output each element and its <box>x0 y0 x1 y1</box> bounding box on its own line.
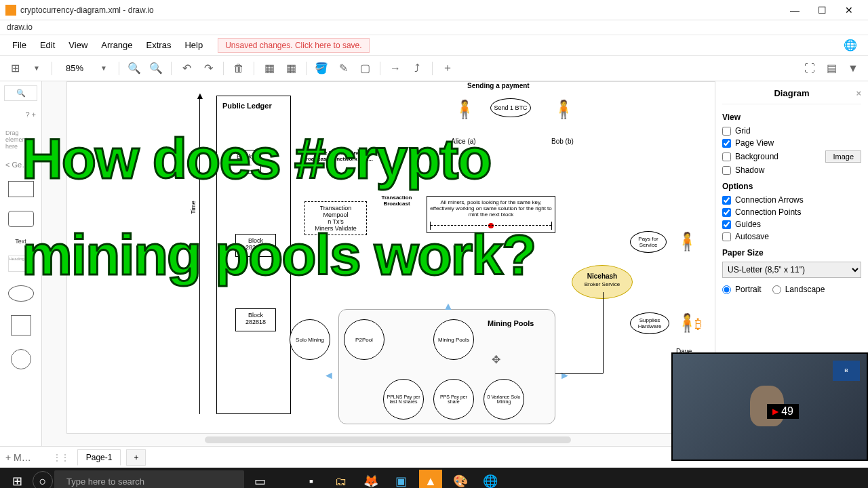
format-panel-icon[interactable]: ▤ <box>822 59 841 78</box>
to-front-icon[interactable]: ▦ <box>260 59 279 78</box>
shape-search-icon[interactable]: 🔍 <box>4 85 37 101</box>
app2-icon[interactable]: 🎨 <box>446 469 475 488</box>
line-color-icon[interactable]: ✎ <box>334 59 353 78</box>
app1-icon[interactable]: ▣ <box>387 469 415 488</box>
node-pays-for[interactable]: Pays for Service <box>630 231 667 253</box>
zoom-dropdown-icon[interactable]: ▼ <box>94 59 113 78</box>
taskbar-search[interactable]: Type here to search <box>54 470 244 488</box>
close-button[interactable]: ✕ <box>835 1 863 20</box>
start-icon[interactable]: ⊞ <box>3 469 31 488</box>
panel-title: Diagram × <box>722 88 861 104</box>
drawio-icon[interactable]: ▲ <box>419 470 442 488</box>
terminal-icon[interactable]: ▪ <box>297 469 326 488</box>
minimize-button[interactable]: — <box>781 1 808 20</box>
delete-icon[interactable]: 🗑 <box>229 59 248 78</box>
background-checkbox[interactable] <box>722 152 731 161</box>
page-tab-1[interactable]: Page-1 <box>77 449 121 466</box>
grid-checkbox[interactable] <box>722 127 731 136</box>
shape-help[interactable]: ? + <box>4 109 37 120</box>
paper-size-select[interactable]: US-Letter (8,5" x 11") <box>722 262 861 278</box>
node-mining-pools-circle[interactable]: Mining Pools <box>433 319 474 360</box>
node-p2pool[interactable]: P2Pool <box>344 319 384 360</box>
window-title: cryptocurrency-diagram.xml - draw.io <box>20 5 781 15</box>
resize-right-icon[interactable]: ► <box>559 369 570 382</box>
shape-ellipse[interactable] <box>8 285 34 302</box>
alice-figure-icon[interactable]: 🧍 <box>454 99 475 120</box>
app-icon <box>5 5 16 16</box>
redo-icon[interactable]: ↷ <box>199 59 218 78</box>
miners-note-text: All miners, pools looking for the same k… <box>430 199 552 218</box>
fullscreen-icon[interactable]: ⛶ <box>800 59 819 78</box>
arrow-up-icon: ▲ <box>195 90 205 101</box>
node-tx-broadcast[interactable]: Transaction Broadcast <box>376 195 417 207</box>
waypoint-icon[interactable]: ⤴ <box>408 59 427 78</box>
add-page-button[interactable]: + <box>126 449 146 466</box>
node-pps[interactable]: PPS Pay per share <box>433 379 474 420</box>
menu-extras[interactable]: Extras <box>140 37 178 53</box>
shadow-icon[interactable]: ▢ <box>355 59 374 78</box>
menu-arrange[interactable]: Arrange <box>94 37 139 53</box>
landscape-label: Landscape <box>785 285 825 294</box>
zoom-in-icon[interactable]: 🔍 <box>125 59 144 78</box>
sidebar-toggle-icon[interactable]: ⊞ <box>5 59 24 78</box>
node-supplies-hw[interactable]: Supplies Hardware <box>630 312 669 334</box>
explorer-icon[interactable]: 🗂 <box>327 469 355 488</box>
dave-figure-top-icon[interactable]: 🧍 <box>676 231 698 252</box>
landscape-radio[interactable] <box>772 285 781 294</box>
chrome-icon[interactable]: 🌐 <box>476 469 505 488</box>
node-solo-mining[interactable]: Solo Mining <box>290 319 330 360</box>
resize-up-icon[interactable]: ▲ <box>443 300 454 312</box>
node-send-btc[interactable]: Send 1 BTC <box>490 98 531 117</box>
node-nicehash[interactable]: Nicehash Broker Service <box>572 265 633 299</box>
menu-view[interactable]: View <box>62 37 94 53</box>
add-icon[interactable]: ＋ <box>438 59 457 78</box>
menu-edit[interactable]: Edit <box>33 37 62 53</box>
sidebar-dropdown-icon[interactable]: ▼ <box>27 59 46 78</box>
node-sending-payment[interactable]: Sending a payment <box>467 82 530 89</box>
shape-circle[interactable] <box>11 349 31 369</box>
to-back-icon[interactable]: ▦ <box>281 59 300 78</box>
fill-color-icon[interactable]: 🪣 <box>312 59 331 78</box>
maximize-button[interactable]: ☐ <box>808 1 835 20</box>
pageview-checkbox[interactable] <box>722 139 731 148</box>
conn-arrows-checkbox[interactable] <box>722 196 731 205</box>
count-value: 49 <box>781 405 793 418</box>
zoom-out-icon[interactable]: 🔍 <box>146 59 165 78</box>
menubar: File Edit View Arrange Extras Help Unsav… <box>0 35 868 56</box>
image-button[interactable]: Image <box>825 150 861 163</box>
resize-left-icon[interactable]: ◄ <box>323 369 334 382</box>
shadow-checkbox[interactable] <box>722 166 731 175</box>
shapes-more-button[interactable]: + M… <box>5 452 31 463</box>
autosave-checkbox[interactable] <box>722 232 731 241</box>
undo-icon[interactable]: ↶ <box>177 59 196 78</box>
panel-close-icon[interactable]: × <box>856 88 861 98</box>
horizontal-scrollbar[interactable] <box>205 436 571 443</box>
zoom-input[interactable] <box>58 62 92 75</box>
portrait-label: Portrait <box>735 285 762 294</box>
connection-icon[interactable]: → <box>386 59 405 78</box>
move-cursor-icon: ✥ <box>492 353 500 366</box>
page-handle-icon[interactable]: ⋮⋮ <box>50 453 72 462</box>
menu-file[interactable]: File <box>5 37 33 53</box>
panel-section-paper: Paper Size <box>722 248 861 258</box>
cortana-icon[interactable]: ○ <box>33 471 53 488</box>
unsaved-changes-button[interactable]: Unsaved changes. Click here to save. <box>218 38 369 53</box>
portrait-radio[interactable] <box>722 285 731 294</box>
pageview-label: Page View <box>735 138 774 148</box>
mempool-line1: Transaction Mempool <box>320 205 352 218</box>
node-zerovar[interactable]: 0 Variance Solo Mining <box>484 379 524 420</box>
shape-square[interactable] <box>11 315 31 336</box>
overlay-line2: mining pools work? <box>22 226 535 283</box>
outline-icon[interactable]: ▼ <box>844 59 863 78</box>
guides-label: Guides <box>735 220 761 229</box>
conn-points-checkbox[interactable] <box>722 208 731 217</box>
bob-figure-icon[interactable]: 🧍 <box>553 99 574 120</box>
conn-points-label: Connection Points <box>735 207 801 217</box>
guides-checkbox[interactable] <box>722 220 731 229</box>
language-icon[interactable]: 🌐 <box>838 36 863 54</box>
node-pplns[interactable]: PPLNS Pay per last N shares <box>383 379 424 420</box>
task-view-icon[interactable]: ▭ <box>245 469 274 488</box>
node-block2[interactable]: Block 282818 <box>235 308 276 331</box>
menu-help[interactable]: Help <box>178 37 210 53</box>
firefox-icon[interactable]: 🦊 <box>357 469 385 488</box>
